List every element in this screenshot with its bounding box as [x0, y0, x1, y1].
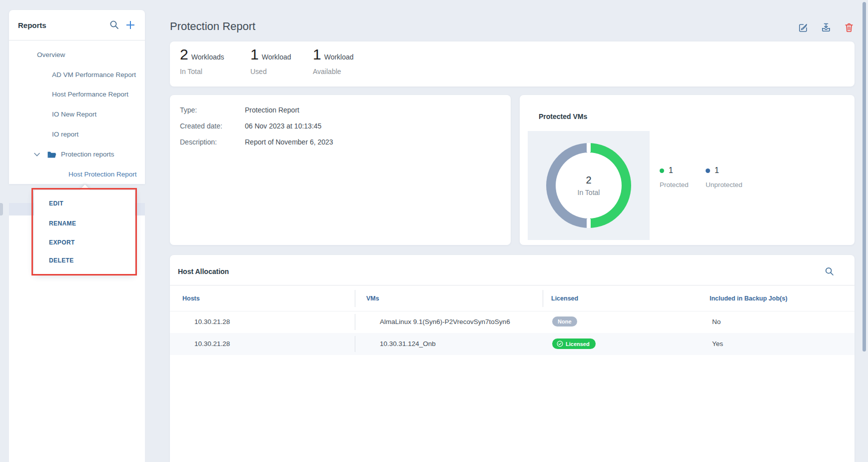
legend-unprotected: 1 Unprotected	[706, 166, 743, 188]
detail-row-created-date: Created date:06 Nov 2023 at 10:13:45	[180, 121, 321, 131]
detail-label: Type:	[180, 105, 245, 115]
page-title: Protection Report	[170, 20, 255, 33]
edit-icon[interactable]	[798, 22, 809, 33]
sidebar-item-host-protection-report[interactable]: Host Protection Report	[68, 168, 137, 180]
stat-value: 1	[250, 46, 259, 62]
column-header-licensed: Licensed	[551, 294, 578, 303]
column-separator	[355, 314, 355, 330]
menu-item-edit[interactable]: EDIT	[49, 198, 63, 208]
status-badge-licensed: Licensed	[552, 338, 596, 349]
column-separator	[355, 336, 355, 352]
protected-vms-title: Protected VMs	[539, 112, 587, 120]
stat-value: 1	[313, 46, 321, 62]
column-separator	[543, 290, 543, 307]
legend-value: 1	[715, 166, 719, 175]
search-icon[interactable]	[109, 20, 120, 30]
stat-caption: In Total	[180, 68, 202, 76]
cell-included: No	[712, 318, 721, 326]
detail-value: 06 Nov 2023 at 10:13:45	[245, 122, 321, 130]
legend-value: 1	[669, 166, 673, 175]
cell-vm: AlmaLinux 9.1(Syn6)-P2VrecovSyn7toSyn6	[380, 318, 510, 326]
legend-label: Unprotected	[706, 181, 743, 188]
cell-included: Yes	[712, 340, 723, 348]
stat-unit: Workloads	[191, 53, 224, 61]
report-details-card: Type:Protection Report Created date:06 N…	[170, 95, 511, 245]
legend-label: Protected	[660, 181, 689, 188]
workloads-summary-card: 2Workloads In Total 1Workload Used 1Work…	[170, 42, 855, 86]
table-row[interactable]: 10.30.21.28 AlmaLinux 9.1(Syn6)-P2Vrecov…	[170, 311, 855, 333]
unprotected-dot-icon	[706, 168, 710, 173]
donut-chart-panel: 2 In Total	[528, 131, 650, 240]
menu-item-rename[interactable]: RENAME	[49, 218, 76, 228]
table-row[interactable]: 10.30.21.28 10.30.31.124_Onb Licensed Ye…	[170, 333, 855, 355]
stat-value: 2	[180, 46, 188, 62]
sidebar-item-host-performance-report[interactable]: Host Performance Report	[52, 88, 128, 100]
sidebar-item-ad-vm-performance-report[interactable]: AD VM Performance Report	[52, 69, 136, 81]
legend-protected: 1 Protected	[660, 166, 689, 188]
header-actions	[798, 22, 855, 33]
sidebar-item-io-new-report[interactable]: IO New Report	[52, 108, 96, 120]
detail-value: Report of November 6, 2023	[245, 138, 333, 146]
chevron-down-icon[interactable]	[34, 152, 40, 156]
export-icon[interactable]	[821, 22, 832, 33]
vertical-scrollbar[interactable]	[863, 2, 866, 352]
donut-chart: 2 In Total	[546, 143, 631, 228]
search-icon[interactable]	[825, 266, 835, 276]
status-badge-none: None	[552, 316, 577, 326]
sidebar-item-label: Protection reports	[61, 148, 114, 160]
left-edge-handle[interactable]	[0, 203, 3, 216]
stat-caption: Available	[313, 68, 341, 76]
context-menu: EDIT RENAME EXPORT DELETE	[34, 190, 135, 274]
sidebar-item-protection-reports[interactable]: Protection reports	[34, 148, 114, 160]
menu-item-delete[interactable]: DELETE	[49, 256, 74, 266]
detail-row-description: Description:Report of November 6, 2023	[180, 137, 333, 147]
detail-label: Description:	[180, 137, 245, 147]
menu-item-export[interactable]: EXPORT	[49, 238, 75, 248]
sidebar-header: Reports	[9, 10, 145, 40]
detail-label: Created date:	[180, 121, 245, 131]
column-header-hosts[interactable]: Hosts	[182, 294, 200, 303]
cell-host: 10.30.21.28	[194, 318, 230, 326]
sidebar-divider	[9, 40, 145, 40]
host-allocation-title: Host Allocation	[178, 268, 229, 276]
sidebar-title: Reports	[18, 21, 104, 30]
column-header-included: Included in Backup Job(s)	[710, 294, 788, 303]
sidebar-item-io-report[interactable]: IO report	[52, 128, 78, 140]
sidebar-item-overview[interactable]: Overview	[37, 49, 65, 61]
plus-icon[interactable]	[125, 20, 136, 30]
divider	[170, 285, 855, 286]
column-header-vms: VMs	[366, 294, 379, 303]
donut-total-value: 2	[586, 174, 591, 186]
delete-icon[interactable]	[844, 22, 855, 33]
donut-total-label: In Total	[578, 188, 600, 196]
protected-vms-card: Protected VMs 2 In Total 1 Protected 1 U…	[520, 95, 855, 245]
stat-unit: Workload	[262, 53, 291, 61]
badge-label: Licensed	[566, 341, 590, 347]
check-circle-icon	[557, 340, 563, 347]
cell-vm: 10.30.31.124_Onb	[380, 340, 436, 348]
host-allocation-card: Host Allocation Hosts VMs Licensed Inclu…	[170, 255, 855, 462]
detail-row-type: Type:Protection Report	[180, 105, 299, 115]
donut-center: 2 In Total	[556, 152, 622, 218]
cell-host: 10.30.21.28	[194, 340, 230, 348]
protected-dot-icon	[660, 168, 664, 173]
badge-label: None	[558, 318, 572, 324]
folder-open-icon	[47, 151, 57, 158]
stat-caption: Used	[250, 68, 267, 76]
stat-unit: Workload	[324, 53, 354, 61]
column-separator	[355, 290, 355, 307]
detail-value: Protection Report	[245, 106, 299, 114]
